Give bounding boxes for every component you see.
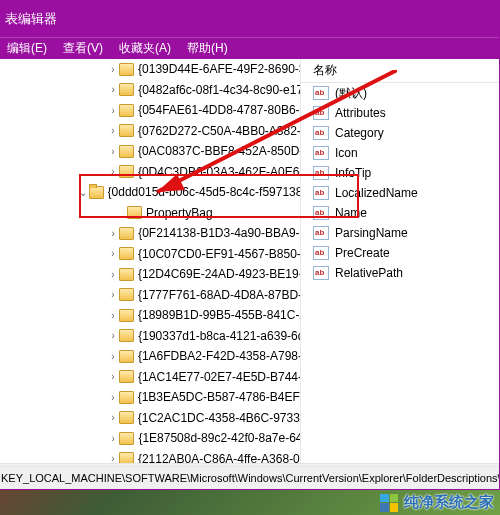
tree-item[interactable]: ›{190337d1-b8ca-4121-a639-6d4… — [0, 326, 300, 347]
expand-icon[interactable]: › — [107, 228, 119, 239]
tree-item-child[interactable]: PropertyBag — [0, 203, 300, 224]
expand-icon[interactable]: › — [107, 105, 119, 116]
value-name: PreCreate — [335, 246, 390, 260]
value-row[interactable]: Attributes — [301, 103, 499, 123]
tree-item[interactable]: ›{1E87508d-89c2-42f0-8a7e-645… — [0, 428, 300, 449]
window-titlebar[interactable]: 表编辑器 — [0, 1, 499, 37]
tree-label: {1C2AC1DC-4358-4B6C-9733-AF… — [138, 411, 300, 425]
folder-icon — [119, 124, 134, 137]
watermark-text: 纯净系统之家 — [404, 493, 494, 512]
value-row[interactable]: RelativePath — [301, 263, 499, 283]
tree-label: {0139D44E-6AFE-49F2-8690-3D… — [138, 62, 300, 76]
value-row[interactable]: Name — [301, 203, 499, 223]
expand-icon[interactable]: › — [107, 146, 119, 157]
expand-icon[interactable]: › — [107, 433, 119, 444]
menu-edit[interactable]: 编辑(E) — [0, 40, 55, 57]
expand-icon[interactable]: › — [107, 289, 119, 300]
string-icon — [313, 206, 329, 220]
values-pane[interactable]: 名称 (默认) Attributes Category Icon InfoTip… — [301, 59, 499, 463]
expand-icon[interactable]: › — [107, 125, 119, 136]
expand-icon[interactable]: › — [107, 248, 119, 259]
values-header-name[interactable]: 名称 — [301, 59, 499, 83]
menu-view[interactable]: 查看(V) — [55, 40, 111, 57]
value-name: ParsingName — [335, 226, 408, 240]
tree-item[interactable]: ›{12D4C69E-24AD-4923-BE19-31… — [0, 264, 300, 285]
value-name: Category — [335, 126, 384, 140]
folder-icon — [119, 452, 134, 463]
tree-item[interactable]: ›{1C2AC1DC-4358-4B6C-9733-AF… — [0, 408, 300, 429]
value-row[interactable]: LocalizedName — [301, 183, 499, 203]
expand-icon[interactable]: › — [107, 269, 119, 280]
expand-icon[interactable]: › — [107, 351, 119, 362]
tree-item[interactable]: ›{0139D44E-6AFE-49F2-8690-3D… — [0, 59, 300, 80]
value-row[interactable]: (默认) — [301, 83, 499, 103]
folder-icon — [119, 350, 134, 363]
folder-icon — [119, 329, 134, 342]
value-row[interactable]: InfoTip — [301, 163, 499, 183]
tree-label: {0F214138-B1D3-4a90-BBA9-27… — [138, 226, 300, 240]
tree-item-selected[interactable]: ⌄{0ddd015d-b06c-45d5-8c4c-f59713854639} — [0, 182, 300, 203]
folder-icon — [119, 63, 134, 76]
tree-item[interactable]: ›{054FAE61-4DD8-4787-80B6-09… — [0, 100, 300, 121]
tree-item[interactable]: ›{2112AB0A-C86A-4ffe-A368-0DE… — [0, 449, 300, 464]
tree-item[interactable]: ›{0762D272-C50A-4BB0-A382-69… — [0, 121, 300, 142]
tree-item[interactable]: ›{0D4C3DB6-03A3-462F-A0E6-08… — [0, 162, 300, 183]
folder-icon — [119, 309, 134, 322]
value-name: (默认) — [335, 85, 367, 102]
tree-label: {190337d1-b8ca-4121-a639-6d4… — [138, 329, 300, 343]
string-icon — [313, 266, 329, 280]
tree-item[interactable]: ›{1A6FDBA2-F42D-4358-A798-B7… — [0, 346, 300, 367]
value-name: RelativePath — [335, 266, 403, 280]
expand-icon[interactable]: › — [107, 453, 119, 463]
tree-item[interactable]: ›{10C07CD0-EF91-4567-B850-44… — [0, 244, 300, 265]
tree-label: {2112AB0A-C86A-4ffe-A368-0DE… — [138, 452, 300, 463]
regedit-window: 表编辑器 编辑(E) 查看(V) 收藏夹(A) 帮助(H) ›{0139D44E… — [0, 0, 500, 490]
tree-item[interactable]: ›{1B3EA5DC-B587-4786-B4EF-BD… — [0, 387, 300, 408]
expand-icon[interactable]: › — [107, 412, 119, 423]
folder-icon — [119, 288, 134, 301]
menu-help[interactable]: 帮助(H) — [179, 40, 236, 57]
expand-icon[interactable]: › — [107, 371, 119, 382]
value-row[interactable]: PreCreate — [301, 243, 499, 263]
value-row[interactable]: Icon — [301, 143, 499, 163]
folder-icon — [119, 411, 134, 424]
tree-label: {1777F761-68AD-4D8A-87BD-30… — [138, 288, 300, 302]
tree-item[interactable]: ›{0AC0837C-BBF8-452A-850D-79… — [0, 141, 300, 162]
collapse-icon[interactable]: ⌄ — [77, 187, 89, 198]
folder-icon — [119, 268, 134, 281]
folder-icon — [119, 432, 134, 445]
expand-icon[interactable]: › — [107, 84, 119, 95]
value-row[interactable]: ParsingName — [301, 223, 499, 243]
expand-icon[interactable]: › — [107, 392, 119, 403]
value-name: Name — [335, 206, 367, 220]
expand-icon[interactable]: › — [107, 64, 119, 75]
string-icon — [313, 126, 329, 140]
value-row[interactable]: Category — [301, 123, 499, 143]
tree-item[interactable]: ›{0482af6c-08f1-4c34-8c90-e17e… — [0, 80, 300, 101]
value-name: LocalizedName — [335, 186, 418, 200]
status-path: KEY_LOCAL_MACHINE\SOFTWARE\Microsoft\Win… — [1, 472, 499, 484]
status-bar: KEY_LOCAL_MACHINE\SOFTWARE\Microsoft\Win… — [0, 467, 499, 489]
tree-pane[interactable]: ›{0139D44E-6AFE-49F2-8690-3D… ›{0482af6c… — [0, 59, 300, 463]
folder-icon — [119, 145, 134, 158]
string-icon — [313, 106, 329, 120]
watermark: 纯净系统之家 — [380, 493, 494, 512]
tree-item[interactable]: ›{1AC14E77-02E7-4E5D-B744-2E… — [0, 367, 300, 388]
menu-favorites[interactable]: 收藏夹(A) — [111, 40, 179, 57]
tree-label: {1A6FDBA2-F42D-4358-A798-B7… — [138, 349, 300, 363]
string-icon — [313, 166, 329, 180]
expand-icon[interactable]: › — [107, 330, 119, 341]
string-icon — [313, 226, 329, 240]
tree-item[interactable]: ›{1777F761-68AD-4D8A-87BD-30… — [0, 285, 300, 306]
folder-icon — [119, 391, 134, 404]
tree-label: {1B3EA5DC-B587-4786-B4EF-BD… — [138, 390, 300, 404]
desktop-background: 表编辑器 编辑(E) 查看(V) 收藏夹(A) 帮助(H) ›{0139D44E… — [0, 0, 500, 515]
tree-label: {0ddd015d-b06c-45d5-8c4c-f59713854639} — [108, 185, 300, 199]
expand-icon[interactable]: › — [107, 310, 119, 321]
expand-icon[interactable]: › — [107, 166, 119, 177]
tree-label: {054FAE61-4DD8-4787-80B6-09… — [138, 103, 300, 117]
folder-icon — [119, 247, 134, 260]
work-area: ›{0139D44E-6AFE-49F2-8690-3D… ›{0482af6c… — [0, 59, 499, 463]
tree-item[interactable]: ›{18989B1D-99B5-455B-841C-AB… — [0, 305, 300, 326]
tree-item[interactable]: ›{0F214138-B1D3-4a90-BBA9-27… — [0, 223, 300, 244]
